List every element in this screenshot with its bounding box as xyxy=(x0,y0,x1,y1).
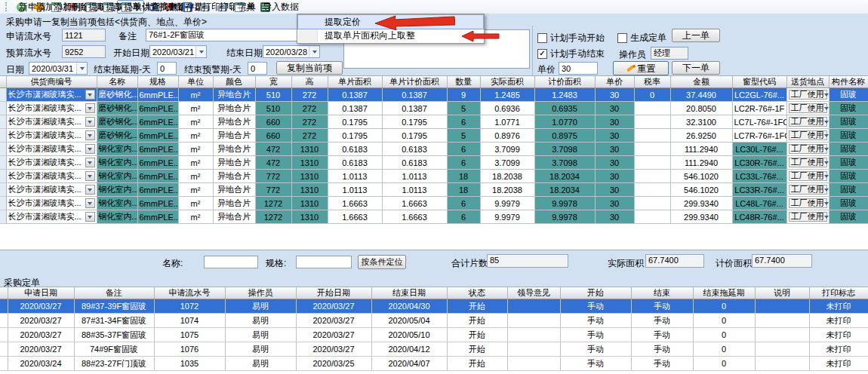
end-warning-field[interactable] xyxy=(248,62,267,75)
table-row[interactable]: 长沙市潇湘玻璃实...钢化室内...6mmPLE...m²异地合片1272131… xyxy=(0,210,868,224)
cell: m² xyxy=(178,129,213,143)
table-row[interactable]: 长沙市潇湘玻璃实...钢化室内...6mmPLE...m²异地合片1272131… xyxy=(0,197,868,210)
plan-manual-end-checkbox[interactable]: ✓计划手动结束 xyxy=(537,48,605,60)
table-row[interactable]: 2020/03/2788#35-37F窗固玻1075易明2020/03/2720… xyxy=(0,328,868,342)
cell: 0.1795 xyxy=(382,115,447,129)
toolbar-item-13[interactable]: 字典 xyxy=(231,1,257,13)
cell: 磨砂钢化... xyxy=(97,88,137,102)
toolbar-item-14[interactable]: 导入数据 xyxy=(257,1,274,13)
row-selector[interactable] xyxy=(0,342,8,357)
table-row[interactable]: 长沙市潇湘玻璃实...磨砂钢化...6mmPLE...m²异地合片6602720… xyxy=(0,129,868,143)
end-date-combo[interactable]: 2020/03/28 xyxy=(263,45,320,58)
supplier-dropdown-button[interactable] xyxy=(85,90,95,100)
row-selector[interactable] xyxy=(0,197,6,210)
table-row[interactable]: 2020/03/2787#31-34F窗固玻1074易明2020/03/2720… xyxy=(0,314,868,328)
cell: 1272 xyxy=(255,210,291,224)
delivery-dropdown[interactable]: 工厂使用 xyxy=(789,130,827,140)
delivery-dropdown[interactable]: 工厂使用 xyxy=(789,103,827,113)
table-row[interactable]: 长沙市潇湘玻璃实...磨砂钢化...6mmPLE...m²异地合片6602720… xyxy=(0,115,868,129)
table-row[interactable]: 2020/03/2488#23-27F门顶玻1035易明2020/03/2520… xyxy=(0,357,868,371)
copy-current-button[interactable]: 复制当前项 xyxy=(276,61,343,75)
row-selector[interactable] xyxy=(0,88,6,102)
delivery-dropdown[interactable]: 工厂使用 xyxy=(789,198,827,208)
unit-price-field[interactable] xyxy=(559,62,598,75)
table-row[interactable]: 长沙市潇湘玻璃实...钢化室内...6mmPLE...m²异地合片4721310… xyxy=(0,143,868,156)
table-row[interactable]: 长沙市潇湘玻璃实...钢化室内...6mmPLE...m²异地合片7721310… xyxy=(0,183,868,197)
toolbar-item-7[interactable]: 提取供货商数据 xyxy=(117,0,144,14)
table-row[interactable]: 长沙市潇湘玻璃实...磨砂钢化...6mmPLE...m²异地合片5102720… xyxy=(0,88,868,102)
supplier-dropdown-button[interactable] xyxy=(85,158,95,167)
cell: 9.9978 xyxy=(534,197,595,210)
column-header: 开始 xyxy=(560,287,631,299)
supplier-dropdown-button[interactable] xyxy=(85,117,95,127)
delivery-dropdown[interactable]: 工厂使用 xyxy=(789,185,827,195)
delivery-dropdown[interactable]: 工厂使用 xyxy=(789,171,827,181)
cell xyxy=(755,342,809,357)
locate-by-condition-button[interactable]: 按条件定位 xyxy=(358,255,406,269)
delivery-dropdown[interactable]: 工厂使用 xyxy=(789,117,827,127)
cell xyxy=(755,299,809,314)
table-row[interactable]: 2020/03/2789#37-39F窗固玻1072易明2020/03/2720… xyxy=(0,299,868,314)
end-delay-field[interactable] xyxy=(157,62,177,75)
row-selector[interactable] xyxy=(0,129,6,143)
budget-no-field[interactable] xyxy=(62,45,106,58)
row-selector[interactable] xyxy=(0,115,6,129)
row-selector[interactable] xyxy=(0,170,6,183)
start-date-combo[interactable]: 2020/03/21 xyxy=(149,45,207,58)
menu-item-2[interactable]: 提取单片面积向上取整 xyxy=(298,29,483,42)
row-selector[interactable] xyxy=(0,143,6,156)
table-row[interactable]: 长沙市潇湘玻璃实...钢化室内...6mmPLE...m²异地合片7721310… xyxy=(0,170,868,183)
operator-field[interactable] xyxy=(651,47,688,60)
cell: 长沙市潇湘玻璃实... xyxy=(6,170,97,183)
chevron-down-icon[interactable] xyxy=(309,46,319,57)
toolbar-grip[interactable] xyxy=(5,2,10,11)
row-selector[interactable] xyxy=(0,102,6,115)
column-header: 单价 xyxy=(595,76,634,88)
delivery-dropdown[interactable]: 工厂使用 xyxy=(789,144,827,154)
supplier-dropdown-button[interactable] xyxy=(85,130,95,140)
supplier-dropdown-button[interactable] xyxy=(85,212,95,222)
cell: 2020/03/27 xyxy=(296,299,371,314)
cell: 1.0113 xyxy=(328,170,382,183)
row-selector[interactable] xyxy=(0,210,6,224)
cell: 772 xyxy=(255,170,291,183)
row-selector[interactable] xyxy=(0,183,6,197)
row-selector[interactable] xyxy=(0,328,8,342)
previous-order-button[interactable]: 上一单 xyxy=(672,29,720,42)
cell: 开始 xyxy=(447,314,507,328)
filter-spec-input[interactable] xyxy=(296,256,352,268)
table-row[interactable]: 长沙市潇湘玻璃实...钢化室内...6mmPLE...m²异地合片4721310… xyxy=(0,156,868,170)
row-selector[interactable] xyxy=(0,299,8,314)
next-order-button[interactable]: 下一单 xyxy=(672,61,720,75)
cell: 660 xyxy=(255,129,291,143)
table-row[interactable]: 长沙市潇湘玻璃实...磨砂钢化...6mmPLE...m²异地合片5102720… xyxy=(0,102,868,115)
plan-manual-start-checkbox[interactable]: 计划手动开始 xyxy=(537,32,605,44)
delivery-dropdown[interactable]: 工厂使用 xyxy=(789,90,827,100)
supplier-dropdown-button[interactable] xyxy=(85,103,95,113)
reset-button[interactable]: 重置 xyxy=(613,61,669,75)
supplier-dropdown-button[interactable] xyxy=(85,185,95,195)
delivery-dropdown[interactable]: 工厂使用 xyxy=(789,158,827,167)
cell: 易明 xyxy=(225,314,296,328)
apply-no-field[interactable] xyxy=(62,29,106,41)
chevron-down-icon[interactable] xyxy=(195,46,206,57)
table-row[interactable]: 2020/03/2774#9F窗固玻1076易明2020/03/272020/0… xyxy=(0,342,868,357)
chevron-down-icon[interactable] xyxy=(76,63,87,74)
date-combo[interactable]: 2020/03/31 xyxy=(29,62,88,75)
delivery-dropdown[interactable]: 工厂使用 xyxy=(789,212,827,222)
cell: 89#37-39F窗固玻 xyxy=(74,299,154,314)
supplier-dropdown-button[interactable] xyxy=(85,171,95,181)
cell: 6 xyxy=(447,143,480,156)
cell: 0.1795 xyxy=(382,129,447,143)
supplier-dropdown-button[interactable] xyxy=(85,144,95,154)
row-selector[interactable] xyxy=(0,314,8,328)
cell: m² xyxy=(178,143,213,156)
row-selector[interactable] xyxy=(0,156,6,170)
filter-name-input[interactable] xyxy=(204,256,258,268)
supplier-dropdown-button[interactable] xyxy=(85,198,95,208)
cell: 未打印 xyxy=(809,314,868,328)
generate-order-checkbox[interactable]: 生成定单 xyxy=(617,32,666,44)
cell: 2020/03/27 xyxy=(8,328,74,342)
row-selector[interactable] xyxy=(0,357,8,371)
toolbar-item-1[interactable]: 新申请 xyxy=(13,1,30,13)
